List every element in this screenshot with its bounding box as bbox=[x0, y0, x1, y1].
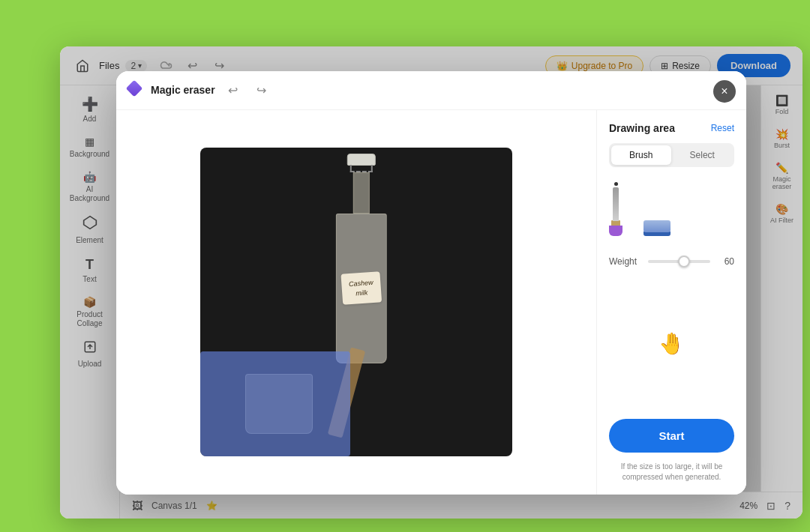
brush-handle bbox=[613, 187, 619, 221]
bottle-body: Cashewmilk bbox=[336, 214, 387, 363]
brush-tools bbox=[609, 176, 734, 242]
brush-visual bbox=[609, 182, 622, 236]
drawing-panel: Drawing area Reset Brush Select bbox=[596, 110, 746, 495]
bottle-cap bbox=[347, 154, 376, 166]
modal-canvas-area[interactable]: Cashewmilk bbox=[116, 110, 596, 495]
reset-button[interactable]: Reset bbox=[711, 123, 734, 133]
bottle-neck bbox=[353, 172, 370, 214]
app-window: Files 2 ▾ ↩ ↪ 👑 Upgrade to Pro ⊞ Resize … bbox=[60, 46, 802, 519]
bottle-group: Cashewmilk bbox=[336, 154, 387, 363]
bottle-label: Cashewmilk bbox=[340, 272, 382, 306]
milk-image: Cashewmilk bbox=[200, 148, 512, 456]
cursor-area: 🤚 bbox=[609, 278, 734, 410]
drawing-area-title: Drawing area bbox=[609, 122, 675, 134]
weight-label: Weight bbox=[609, 256, 642, 267]
bottle-string bbox=[350, 165, 373, 172]
brush-bristle bbox=[609, 226, 622, 236]
select-mode-button[interactable]: Select bbox=[673, 145, 733, 165]
weight-slider[interactable] bbox=[648, 260, 710, 263]
start-button[interactable]: Start bbox=[609, 419, 734, 453]
eraser-tool[interactable] bbox=[644, 220, 670, 236]
modal-body: Cashewmilk bbox=[116, 110, 746, 495]
mode-toggle: Brush Select bbox=[609, 143, 734, 167]
weight-value: 60 bbox=[716, 256, 734, 267]
brush-tool[interactable] bbox=[609, 182, 622, 236]
modal-header: Magic eraser ↩ ↪ × bbox=[116, 71, 746, 110]
modal-overlay: Magic eraser ↩ ↪ × bbox=[60, 46, 802, 519]
panel-header: Drawing area Reset bbox=[609, 122, 734, 134]
eraser-visual bbox=[644, 220, 670, 236]
eraser-body bbox=[644, 220, 670, 232]
brush-mode-button[interactable]: Brush bbox=[611, 145, 671, 165]
image-container: Cashewmilk bbox=[200, 148, 512, 456]
weight-slider-container bbox=[648, 254, 710, 269]
magic-eraser-diamond-icon bbox=[128, 82, 143, 97]
magic-eraser-modal: Magic eraser ↩ ↪ × bbox=[116, 71, 746, 495]
weight-row: Weight 60 bbox=[609, 254, 734, 269]
info-text: If the size is too large, it will be com… bbox=[609, 462, 734, 483]
modal-title: Magic eraser bbox=[151, 84, 215, 96]
brush-dot bbox=[614, 182, 618, 186]
modal-undo-button[interactable]: ↩ bbox=[223, 79, 244, 100]
hand-cursor-icon: 🤚 bbox=[658, 331, 685, 356]
blue-brush-overlay bbox=[200, 351, 350, 456]
modal-close-button[interactable]: × bbox=[713, 80, 736, 103]
modal-redo-button[interactable]: ↪ bbox=[251, 79, 272, 100]
